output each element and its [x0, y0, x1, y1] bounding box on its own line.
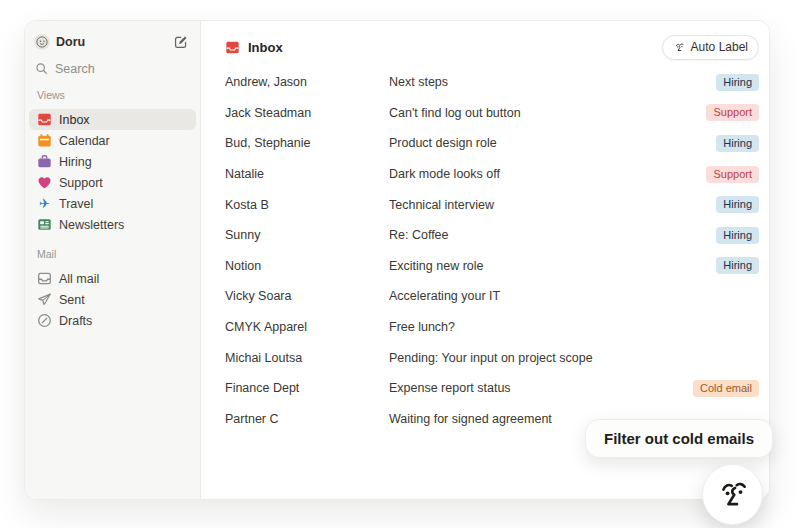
- email-label-badge: Cold email: [693, 380, 759, 397]
- email-subject: Exciting new role: [389, 259, 716, 273]
- email-label-badge: Hiring: [716, 74, 759, 91]
- draft-icon: [37, 313, 52, 328]
- auto-label-button[interactable]: Auto Label: [662, 35, 759, 60]
- sidebar-item-label: Hiring: [59, 155, 92, 169]
- email-row[interactable]: NotionExciting new roleHiring: [225, 251, 759, 282]
- email-row[interactable]: Bud, StephanieProduct design roleHiring: [225, 128, 759, 159]
- sidebar-item-label: Travel: [59, 197, 93, 211]
- sidebar-item-inbox[interactable]: Inbox: [29, 109, 196, 130]
- sidebar: Doru Search ViewsInboxCalendarHiringSupp…: [25, 21, 201, 499]
- email-sender: Bud, Stephanie: [225, 136, 389, 150]
- email-sender: Partner C: [225, 412, 389, 426]
- sidebar-section-label: Views: [37, 89, 188, 101]
- email-row[interactable]: Michai LoutsaPending: Your input on proj…: [225, 342, 759, 373]
- plane-icon: ✈: [37, 196, 52, 211]
- sidebar-item-all-mail[interactable]: All mail: [29, 268, 196, 289]
- ai-face-icon: [713, 475, 753, 515]
- avatar: [34, 34, 50, 50]
- sidebar-item-label: Sent: [59, 293, 85, 307]
- sidebar-item-drafts[interactable]: Drafts: [29, 310, 196, 331]
- sidebar-item-label: Newsletters: [59, 218, 124, 232]
- inbox-title-group: Inbox: [225, 40, 283, 55]
- email-subject: Accelerating your IT: [389, 289, 759, 303]
- sidebar-item-calendar[interactable]: Calendar: [29, 130, 196, 151]
- email-row[interactable]: Finance DeptExpense report statusCold em…: [225, 373, 759, 404]
- email-subject: Free lunch?: [389, 320, 759, 334]
- search-button[interactable]: Search: [25, 61, 200, 76]
- email-label-badge: Support: [706, 166, 759, 183]
- inbox-header: Inbox Auto Label: [225, 34, 759, 60]
- user-name: Doru: [56, 35, 85, 49]
- email-sender: Notion: [225, 259, 389, 273]
- email-row[interactable]: Jack SteadmanCan't find log out buttonSu…: [225, 98, 759, 129]
- email-sender: CMYK Apparel: [225, 320, 389, 334]
- email-row[interactable]: Kosta BTechnical interviewHiring: [225, 189, 759, 220]
- page-title: Inbox: [248, 40, 283, 55]
- compose-icon[interactable]: [174, 35, 188, 49]
- email-label-badge: Hiring: [716, 227, 759, 244]
- sidebar-item-list: All mailSentDrafts: [25, 268, 200, 331]
- sidebar-item-label: Support: [59, 176, 103, 190]
- sidebar-section-label: Mail: [37, 248, 188, 260]
- inbox-icon: [37, 112, 52, 127]
- email-label-badge: Support: [706, 104, 759, 121]
- inbox-icon: [225, 40, 240, 55]
- email-sender: Finance Dept: [225, 381, 389, 395]
- email-sender: Michai Loutsa: [225, 351, 389, 365]
- email-row[interactable]: Vicky SoaraAccelerating your IT: [225, 281, 759, 312]
- sidebar-item-newsletters[interactable]: Newsletters: [29, 214, 196, 235]
- email-subject: Re: Coffee: [389, 228, 716, 242]
- email-list: Andrew, JasonNext stepsHiringJack Steadm…: [225, 67, 759, 434]
- email-row[interactable]: Andrew, JasonNext stepsHiring: [225, 67, 759, 98]
- search-icon: [35, 62, 48, 75]
- filter-tooltip: Filter out cold emails: [585, 419, 773, 458]
- tray-icon: [37, 271, 52, 286]
- sidebar-item-sent[interactable]: Sent: [29, 289, 196, 310]
- ai-face-icon: [673, 41, 686, 54]
- email-subject: Product design role: [389, 136, 716, 150]
- sidebar-item-travel[interactable]: ✈Travel: [29, 193, 196, 214]
- sidebar-item-label: Drafts: [59, 314, 92, 328]
- email-subject: Next steps: [389, 75, 716, 89]
- sidebar-item-label: Calendar: [59, 134, 110, 148]
- email-sender: Jack Steadman: [225, 106, 389, 120]
- calendar-icon: [37, 133, 52, 148]
- search-label: Search: [55, 62, 95, 76]
- newspaper-icon: [37, 217, 52, 232]
- email-row[interactable]: CMYK ApparelFree lunch?: [225, 312, 759, 343]
- ai-assistant-button[interactable]: [702, 464, 763, 525]
- email-sender: Kosta B: [225, 198, 389, 212]
- email-sender: Vicky Soara: [225, 289, 389, 303]
- email-sender: Natalie: [225, 167, 389, 181]
- sidebar-item-support[interactable]: Support: [29, 172, 196, 193]
- heart-icon: [37, 175, 52, 190]
- sidebar-sections: ViewsInboxCalendarHiringSupport✈TravelNe…: [25, 76, 200, 331]
- paper-plane-icon: [37, 292, 52, 307]
- email-label-badge: Hiring: [716, 257, 759, 274]
- auto-label-label: Auto Label: [691, 40, 748, 54]
- desktop-background: Doru Search ViewsInboxCalendarHiringSupp…: [0, 0, 800, 528]
- email-label-badge: Hiring: [716, 196, 759, 213]
- email-sender: Andrew, Jason: [225, 75, 389, 89]
- email-subject: Technical interview: [389, 198, 716, 212]
- briefcase-icon: [37, 154, 52, 169]
- email-label-badge: Hiring: [716, 135, 759, 152]
- user-account[interactable]: Doru: [34, 34, 85, 50]
- email-subject: Can't find log out button: [389, 106, 706, 120]
- sidebar-header: Doru: [25, 34, 200, 50]
- email-subject: Pending: Your input on project scope: [389, 351, 759, 365]
- sidebar-item-list: InboxCalendarHiringSupport✈TravelNewslet…: [25, 109, 200, 235]
- email-subject: Dark mode looks off: [389, 167, 706, 181]
- sidebar-item-hiring[interactable]: Hiring: [29, 151, 196, 172]
- sidebar-item-label: Inbox: [59, 113, 90, 127]
- email-row[interactable]: NatalieDark mode looks offSupport: [225, 159, 759, 190]
- email-sender: Sunny: [225, 228, 389, 242]
- email-subject: Expense report status: [389, 381, 693, 395]
- email-row[interactable]: SunnyRe: CoffeeHiring: [225, 220, 759, 251]
- svg-text:✈: ✈: [39, 196, 50, 211]
- sidebar-item-label: All mail: [59, 272, 99, 286]
